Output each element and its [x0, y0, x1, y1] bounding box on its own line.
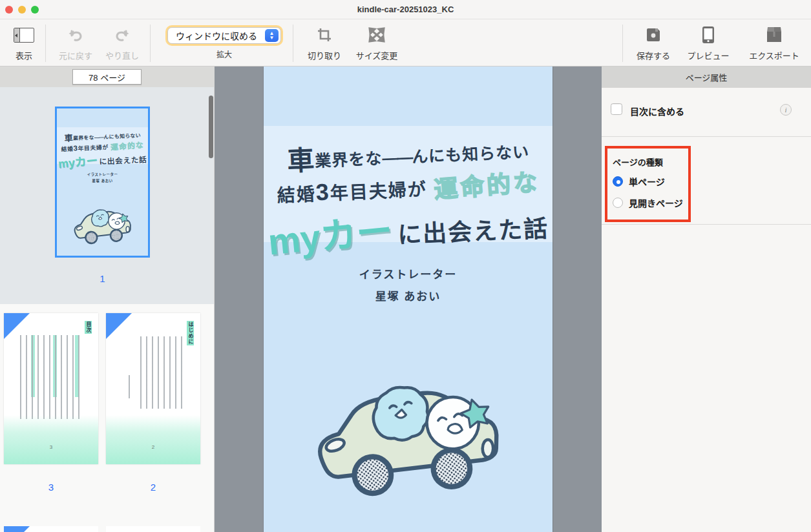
toc-row: 目次に含める i: [602, 88, 811, 136]
preview-label: プレビュー: [687, 49, 729, 61]
stepper-arrows-icon: ▲▼: [265, 29, 279, 42]
page-count-box: 78 ページ: [72, 69, 142, 85]
panel-header: ページ属性: [602, 66, 811, 88]
toolbar-separator: [293, 25, 293, 62]
info-icon[interactable]: i: [780, 104, 792, 116]
panel-divider: [602, 224, 811, 225]
redo-button[interactable]: やり直し: [102, 25, 142, 61]
annotation-highlight-box: ページの種類 単ページ 見開きページ: [605, 146, 691, 222]
undo-icon: [67, 25, 84, 45]
page-attributes-panel: ページ属性 目次に含める i ページの種類 単ページ 見開きページ: [602, 66, 811, 532]
export-button[interactable]: エクスポート: [743, 25, 805, 61]
page-3-folio: 3: [4, 444, 98, 450]
main-content: 78 ページ 車業界をな——んにも知らない 結婚3年目夫婦が運命的な myカーに…: [0, 66, 811, 532]
thumbnail-page-1[interactable]: 車業界をな——んにも知らない 結婚3年目夫婦が運命的な myカーに出会えた話 イ…: [55, 107, 150, 258]
thumbnail-page-2[interactable]: はじめに 2: [106, 313, 200, 464]
resize-label: サイズ変更: [356, 49, 398, 61]
toolbar: 表示 元に戻す やり直し ウィンドウに収める ▲▼ 拡大: [0, 19, 811, 66]
car-illustration: [264, 369, 553, 507]
crop-icon: [317, 25, 332, 45]
undo-button[interactable]: 元に戻す: [54, 25, 97, 61]
car-illustration: [57, 204, 148, 248]
thumbnail-partial-right[interactable]: [106, 526, 200, 532]
title-bar: kindle-car-20251023_KC: [0, 0, 811, 19]
crop-label: 切り取り: [308, 49, 341, 61]
zoom-select-value: ウィンドウに収める: [176, 29, 257, 42]
preview-device-icon: [701, 25, 715, 45]
cover-title-line3: myカーに出会えた話: [57, 150, 148, 170]
zoom-control: ウィンドウに収める ▲▼ 拡大: [167, 27, 281, 59]
include-in-toc-label: 目次に含める: [630, 105, 684, 118]
page-2-text: [136, 336, 182, 409]
spread-page-radio-label: 見開きページ: [629, 196, 683, 209]
page-thumbnail-sidebar: 78 ページ 車業界をな——んにも知らない 結婚3年目夫婦が運命的な myカーに…: [0, 66, 215, 532]
resize-button[interactable]: サイズ変更: [352, 25, 402, 61]
toolbar-separator: [150, 25, 151, 62]
window-title: kindle-car-20251023_KC: [0, 5, 811, 14]
save-label: 保存する: [637, 49, 670, 61]
cover-mini: 車業界をな——んにも知らない 結婚3年目夫婦が運命的な myカーに出会えた話 イ…: [57, 108, 148, 256]
export-label: エクスポート: [749, 49, 799, 61]
page-2-folio: 2: [106, 444, 200, 450]
page-canvas[interactable]: 車業界をな——んにも知らない 結婚3年目夫婦が運命的な myカーに出会えた話 イ…: [215, 66, 602, 532]
page-count-band: 78 ページ: [0, 66, 214, 87]
sidebar-toggle-icon: [14, 28, 34, 43]
undo-label: 元に戻す: [59, 49, 92, 61]
page-corner-triangle: [106, 313, 132, 339]
thumbnail-number-3: 3: [4, 482, 98, 493]
cover-credit: イラストレーター星塚 あおい: [57, 171, 148, 185]
resize-icon: [368, 25, 385, 45]
toolbar-separator: [622, 25, 623, 62]
save-icon: [645, 25, 662, 45]
page-2-footer-gradient: 2: [106, 415, 200, 464]
crop-button[interactable]: 切り取り: [304, 25, 345, 61]
zoom-select[interactable]: ウィンドウに収める ▲▼: [167, 27, 281, 44]
show-sidebar-label: 表示: [16, 49, 32, 61]
redo-icon: [114, 25, 131, 45]
export-box-icon: [765, 25, 783, 45]
thumbnail-partial-left[interactable]: [4, 526, 98, 532]
single-page-radio-label: 単ページ: [629, 175, 665, 188]
thumbnail-page-1-preview: 車業界をな——んにも知らない 結婚3年目夫婦が運命的な myカーに出会えた話 イ…: [57, 108, 148, 256]
include-in-toc-checkbox[interactable]: [611, 103, 622, 115]
page-2-signature: [124, 375, 131, 398]
show-sidebar-button[interactable]: 表示: [8, 25, 40, 61]
toolbar-separator: [45, 25, 46, 62]
redo-label: やり直し: [105, 49, 139, 61]
zoom-caption: 拡大: [216, 48, 232, 59]
preview-button[interactable]: プレビュー: [682, 25, 734, 61]
cover-page: 車業界をな——んにも知らない 結婚3年目夫婦が運命的な myカーに出会えた話 イ…: [264, 66, 553, 532]
panel-divider: [602, 136, 811, 137]
page-3-footer-gradient: 3: [4, 415, 98, 464]
single-page-option[interactable]: 単ページ: [613, 175, 665, 188]
single-page-radio[interactable]: [613, 176, 623, 187]
cover-artwork: 車業界をな——んにも知らない 結婚3年目夫婦が運命的な myカーに出会えた話 イ…: [264, 66, 553, 532]
sidebar-scrollbar[interactable]: [209, 96, 213, 158]
page-corner-triangle: [4, 526, 30, 532]
thumbnail-page-3[interactable]: 目次 3: [4, 313, 98, 464]
thumbnail-number-2: 2: [106, 482, 200, 493]
spread-page-radio[interactable]: [613, 198, 623, 208]
page-2-mini-title: はじめに: [187, 321, 194, 345]
spread-page-option[interactable]: 見開きページ: [613, 196, 683, 209]
cover-credit: イラストレーター星塚 あおい: [264, 264, 553, 308]
thumbnail-number-1: 1: [55, 273, 150, 284]
page-3-mini-title: 目次: [85, 321, 92, 334]
save-button[interactable]: 保存する: [632, 25, 675, 61]
page-3-text: [16, 335, 83, 419]
page-type-label: ページの種類: [613, 156, 663, 168]
app-window: kindle-car-20251023_KC 表示 元に戻す やり直し ウィンド…: [0, 0, 811, 532]
